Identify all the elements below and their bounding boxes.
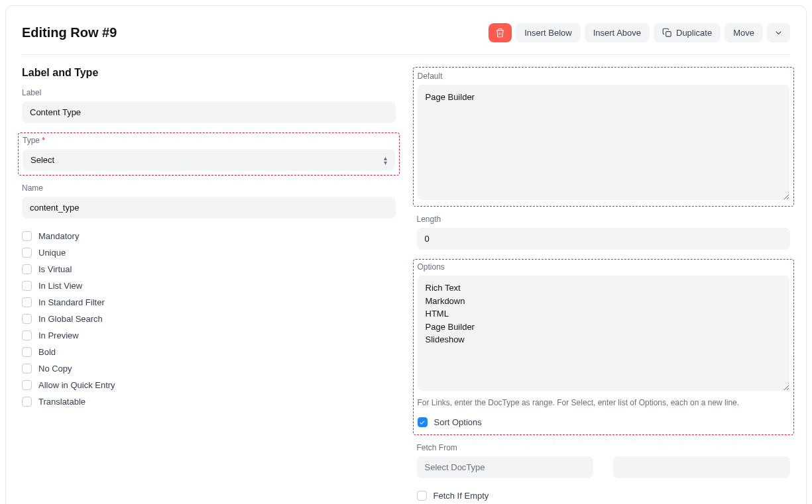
fetch-from-doctype-select[interactable]: Select DocType bbox=[417, 456, 594, 478]
field-name: Name bbox=[22, 183, 396, 219]
field-default: Default bbox=[418, 72, 790, 202]
field-length: Length bbox=[417, 215, 791, 250]
options-help-text: For Links, enter the DocType as range. F… bbox=[418, 398, 790, 407]
action-bar: Insert Below Insert Above Duplicate Move bbox=[489, 23, 790, 42]
duplicate-button[interactable]: Duplicate bbox=[654, 23, 721, 42]
check-label: Allow in Quick Entry bbox=[38, 380, 115, 390]
type-select[interactable]: Select ▴▾ bbox=[23, 149, 395, 171]
edit-row-panel: Editing Row #9 Insert Below Insert Above… bbox=[5, 5, 807, 504]
check-row: In Global Search bbox=[22, 311, 396, 327]
check-row: No Copy bbox=[22, 360, 396, 377]
check-label: Bold bbox=[38, 347, 56, 357]
page-title: Editing Row #9 bbox=[22, 25, 117, 40]
required-marker: * bbox=[42, 136, 45, 145]
label-for-type: Type * bbox=[23, 136, 395, 145]
insert-above-button[interactable]: Insert Above bbox=[585, 23, 650, 42]
check-row: Allow in Quick Entry bbox=[22, 377, 396, 393]
check-label: Mandatory bbox=[38, 231, 79, 241]
label-for-name: Name bbox=[22, 183, 396, 193]
check-row: Translatable bbox=[22, 393, 396, 410]
check-label: In Preview bbox=[38, 330, 79, 340]
checkbox-in-preview[interactable] bbox=[22, 330, 32, 340]
fetch-if-empty-label: Fetch If Empty bbox=[434, 491, 489, 501]
fetch-from-row: Select DocType bbox=[417, 456, 791, 478]
checkbox-unique[interactable] bbox=[22, 248, 32, 258]
label-for-default: Default bbox=[418, 72, 790, 81]
move-button[interactable]: Move bbox=[725, 23, 763, 42]
insert-below-button[interactable]: Insert Below bbox=[516, 23, 581, 42]
chevron-down-icon bbox=[774, 28, 783, 38]
default-textarea[interactable] bbox=[418, 85, 790, 200]
checkbox-translatable[interactable] bbox=[22, 397, 32, 407]
check-row: Is Virtual bbox=[22, 261, 396, 277]
label-input[interactable] bbox=[22, 101, 396, 123]
check-row: Unique bbox=[22, 244, 396, 261]
svg-rect-0 bbox=[666, 32, 671, 37]
left-column: Label and Type Label Type * Select ▴▾ bbox=[22, 67, 396, 504]
label-for-length: Length bbox=[417, 215, 791, 224]
label-for-options: Options bbox=[418, 262, 790, 272]
check-label: Unique bbox=[38, 248, 66, 258]
check-row: Mandatory bbox=[22, 228, 396, 244]
checkbox-in-list-view[interactable] bbox=[22, 281, 32, 291]
duplicate-label: Duplicate bbox=[676, 28, 712, 38]
highlight-options: Options For Links, enter the DocType as … bbox=[413, 259, 795, 435]
highlight-default: Default bbox=[413, 67, 795, 207]
sort-options-row: Sort Options bbox=[418, 414, 790, 430]
check-label: In Global Search bbox=[38, 314, 103, 324]
type-label-text: Type bbox=[23, 136, 40, 145]
checkbox-bold[interactable] bbox=[22, 347, 32, 357]
check-label: In Standard Filter bbox=[38, 297, 105, 307]
check-icon bbox=[419, 419, 426, 426]
label-for-fetch-from: Fetch From bbox=[417, 443, 791, 452]
field-type: Type * Select ▴▾ bbox=[23, 136, 395, 171]
more-menu-button[interactable] bbox=[767, 23, 790, 42]
check-row: Bold bbox=[22, 344, 396, 360]
length-input[interactable] bbox=[417, 228, 791, 250]
checkbox-mandatory[interactable] bbox=[22, 231, 32, 241]
form-columns: Label and Type Label Type * Select ▴▾ bbox=[22, 67, 790, 504]
fetch-if-empty-checkbox[interactable] bbox=[417, 491, 427, 501]
check-label: No Copy bbox=[38, 364, 72, 374]
trash-icon bbox=[495, 28, 505, 38]
checkbox-in-standard-filter[interactable] bbox=[22, 297, 32, 307]
check-label: Is Virtual bbox=[38, 264, 72, 274]
sort-options-checkbox[interactable] bbox=[418, 417, 428, 427]
select-caret-icon: ▴▾ bbox=[384, 156, 387, 165]
fetch-from-field-select[interactable] bbox=[613, 456, 790, 478]
highlight-type: Type * Select ▴▾ bbox=[18, 132, 400, 176]
type-select-value: Select bbox=[30, 155, 54, 165]
check-row: In Preview bbox=[22, 327, 396, 344]
field-fetch-from: Fetch From Select DocType bbox=[417, 443, 791, 478]
name-input[interactable] bbox=[22, 197, 396, 219]
label-for-label: Label bbox=[22, 88, 396, 97]
left-checkbox-list: MandatoryUniqueIs VirtualIn List ViewIn … bbox=[22, 228, 396, 410]
options-textarea[interactable] bbox=[418, 276, 790, 391]
checkbox-allow-in-quick-entry[interactable] bbox=[22, 380, 32, 390]
field-options: Options For Links, enter the DocType as … bbox=[418, 262, 790, 407]
checkbox-in-global-search[interactable] bbox=[22, 314, 32, 324]
field-label: Label bbox=[22, 88, 396, 123]
fetch-if-empty-row: Fetch If Empty bbox=[417, 487, 791, 504]
check-label: Translatable bbox=[38, 397, 86, 407]
check-row: In Standard Filter bbox=[22, 294, 396, 311]
check-row: In List View bbox=[22, 277, 396, 294]
check-label: In List View bbox=[38, 281, 82, 291]
delete-button[interactable] bbox=[489, 23, 512, 42]
copy-icon bbox=[662, 28, 672, 38]
checkbox-is-virtual[interactable] bbox=[22, 264, 32, 274]
panel-header: Editing Row #9 Insert Below Insert Above… bbox=[22, 13, 790, 55]
sort-options-label: Sort Options bbox=[434, 417, 482, 427]
checkbox-no-copy[interactable] bbox=[22, 364, 32, 374]
right-column: Default Length Options For Links, enter … bbox=[417, 67, 791, 504]
section-label-type: Label and Type bbox=[22, 67, 396, 79]
